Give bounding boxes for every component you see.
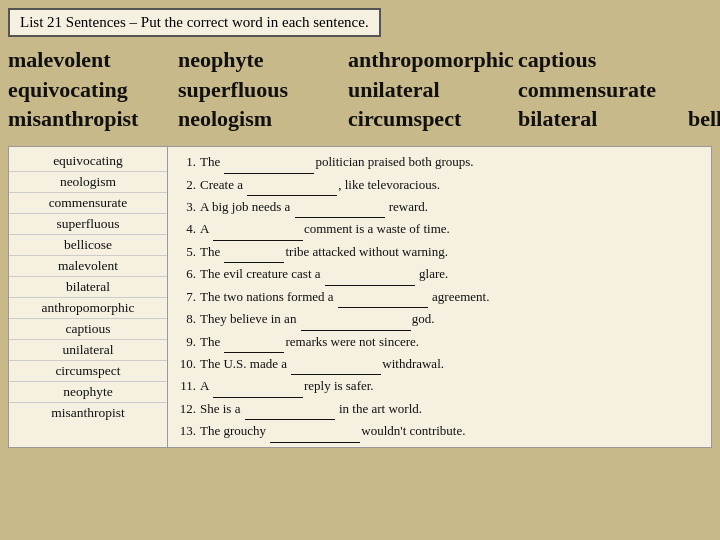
sentence-row: 12.She is a in the art world. <box>172 398 703 420</box>
sentence-row: 9.The remarks were not sincere. <box>172 331 703 353</box>
word-list-item: captious <box>9 319 167 340</box>
word-bilateral: bilateral <box>518 104 688 134</box>
sentence-text: She is a in the art world. <box>200 398 703 420</box>
sentence-text: The U.S. made a withdrawal. <box>200 353 703 375</box>
word-captious: captious <box>518 45 688 75</box>
sentence-text: They believe in an god. <box>200 308 703 330</box>
word-list-item: equivocating <box>9 151 167 172</box>
word-anthropomorphic: anthropomorphic <box>348 45 518 75</box>
word-unilateral: unilateral <box>348 75 518 105</box>
sentence-row: 1.The politician praised both groups. <box>172 151 703 173</box>
sentences-panel: 1.The politician praised both groups.2.C… <box>168 146 712 448</box>
sentence-number: 3. <box>172 196 200 217</box>
sentence-blank <box>301 308 411 330</box>
word-bellicose: bellicose <box>688 104 720 134</box>
sentence-number: 7. <box>172 286 200 307</box>
word-list-item: superfluous <box>9 214 167 235</box>
sentence-blank <box>295 196 385 218</box>
sentence-row: 3.A big job needs a reward. <box>172 196 703 218</box>
sentence-row: 5.The tribe attacked without warning. <box>172 241 703 263</box>
sentence-blank <box>224 241 284 263</box>
sentence-blank <box>224 151 314 173</box>
sentence-number: 1. <box>172 151 200 172</box>
sentence-blank <box>224 331 284 353</box>
word-misanthropist: misanthropist <box>8 104 178 134</box>
word-list-item: unilateral <box>9 340 167 361</box>
word-neophyte: neophyte <box>178 45 348 75</box>
sentence-row: 2.Create a , like televoracious. <box>172 174 703 196</box>
sentence-text: A big job needs a reward. <box>200 196 703 218</box>
word-bank-row-2: equivocating superfluous unilateral comm… <box>8 75 712 105</box>
page-title: List 21 Sentences – Put the correct word… <box>20 14 369 30</box>
word-list-item: anthropomorphic <box>9 298 167 319</box>
sentence-row: 7.The two nations formed a agreement. <box>172 286 703 308</box>
word-neologism: neologism <box>178 104 348 134</box>
sentence-number: 11. <box>172 375 200 396</box>
sentence-number: 13. <box>172 420 200 441</box>
sentence-text: The grouchy wouldn't contribute. <box>200 420 703 442</box>
sentence-text: A comment is a waste of time. <box>200 218 703 240</box>
sentence-text: The tribe attacked without warning. <box>200 241 703 263</box>
word-malevolent: malevolent <box>8 45 178 75</box>
sentence-blank <box>213 218 303 240</box>
sentence-number: 4. <box>172 218 200 239</box>
word-circumspect: circumspect <box>348 104 518 134</box>
word-list-item: misanthropist <box>9 403 167 423</box>
word-list-item: bilateral <box>9 277 167 298</box>
sentence-text: The remarks were not sincere. <box>200 331 703 353</box>
sentence-blank <box>247 174 337 196</box>
sentence-text: Create a , like televoracious. <box>200 174 703 196</box>
sentence-text: The evil creature cast a glare. <box>200 263 703 285</box>
main-area: equivocatingneologismcommensuratesuperfl… <box>8 146 712 448</box>
word-equivocating: equivocating <box>8 75 178 105</box>
sentence-row: 13.The grouchy wouldn't contribute. <box>172 420 703 442</box>
word-superfluous: superfluous <box>178 75 348 105</box>
sentence-row: 11.A reply is safer. <box>172 375 703 397</box>
sentence-text: The politician praised both groups. <box>200 151 703 173</box>
sentence-row: 4.A comment is a waste of time. <box>172 218 703 240</box>
sentence-text: A reply is safer. <box>200 375 703 397</box>
sentence-number: 5. <box>172 241 200 262</box>
word-bank: malevolent neophyte anthropomorphic capt… <box>8 43 712 140</box>
sentence-row: 8.They believe in an god. <box>172 308 703 330</box>
sentence-number: 8. <box>172 308 200 329</box>
word-list-item: neologism <box>9 172 167 193</box>
sentence-blank <box>270 420 360 442</box>
word-bank-row-1: malevolent neophyte anthropomorphic capt… <box>8 45 712 75</box>
sentence-row: 6.The evil creature cast a glare. <box>172 263 703 285</box>
sentence-blank <box>338 286 428 308</box>
sentence-number: 2. <box>172 174 200 195</box>
word-list-item: circumspect <box>9 361 167 382</box>
word-commensurate: commensurate <box>518 75 688 105</box>
sentence-number: 9. <box>172 331 200 352</box>
word-list-item: commensurate <box>9 193 167 214</box>
word-list-item: neophyte <box>9 382 167 403</box>
word-bank-row-3: misanthropist neologism circumspect bila… <box>8 104 712 134</box>
word-list-item: malevolent <box>9 256 167 277</box>
sentence-blank <box>245 398 335 420</box>
sentence-text: The two nations formed a agreement. <box>200 286 703 308</box>
word-list: equivocatingneologismcommensuratesuperfl… <box>8 146 168 448</box>
sentence-number: 12. <box>172 398 200 419</box>
page-container: List 21 Sentences – Put the correct word… <box>0 0 720 540</box>
sentence-blank <box>213 375 303 397</box>
sentence-number: 10. <box>172 353 200 374</box>
sentence-blank <box>325 263 415 285</box>
word-list-item: bellicose <box>9 235 167 256</box>
sentence-blank <box>291 353 381 375</box>
sentence-row: 10.The U.S. made a withdrawal. <box>172 353 703 375</box>
sentence-number: 6. <box>172 263 200 284</box>
title-box: List 21 Sentences – Put the correct word… <box>8 8 381 37</box>
